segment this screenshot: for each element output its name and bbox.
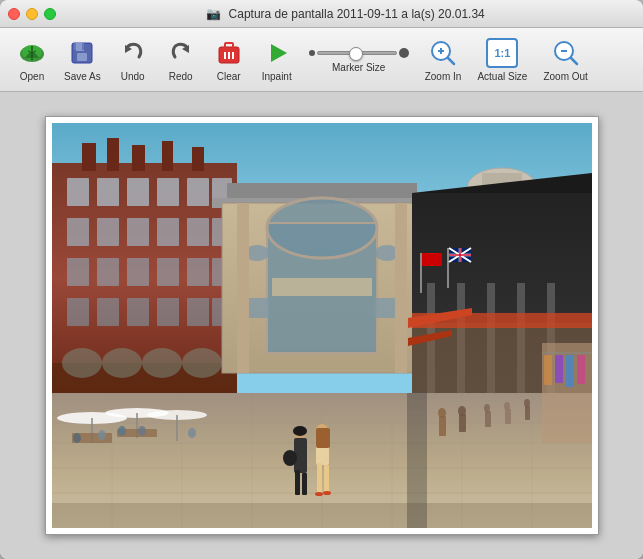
svg-rect-29 — [132, 145, 145, 171]
svg-marker-17 — [271, 44, 287, 62]
svg-rect-30 — [162, 141, 173, 171]
undo-label: Undo — [121, 71, 145, 82]
svg-rect-153 — [52, 503, 592, 528]
zoom-in-label: Zoom In — [425, 71, 462, 82]
svg-point-128 — [283, 450, 297, 466]
svg-rect-40 — [127, 218, 149, 246]
svg-point-141 — [484, 404, 490, 412]
svg-point-135 — [315, 492, 323, 496]
svg-point-143 — [504, 402, 510, 410]
window-title: 📷 Captura de pantalla 2011-09-11 a la(s)… — [56, 7, 635, 21]
traffic-lights — [8, 8, 56, 20]
actual-size-button[interactable]: 1:1 Actual Size — [469, 32, 535, 88]
svg-rect-47 — [157, 258, 179, 286]
svg-rect-138 — [439, 416, 446, 436]
inpaint-icon — [261, 37, 293, 69]
svg-line-24 — [571, 58, 577, 64]
svg-rect-7 — [77, 53, 87, 61]
svg-rect-53 — [157, 298, 179, 326]
redo-icon — [165, 37, 197, 69]
svg-rect-76 — [272, 278, 372, 296]
svg-rect-132 — [317, 463, 322, 493]
save-as-label: Save As — [64, 71, 101, 82]
svg-point-58 — [102, 348, 142, 378]
clear-button[interactable]: Clear — [205, 32, 253, 88]
svg-point-119 — [73, 433, 81, 443]
svg-rect-13 — [225, 43, 233, 49]
svg-rect-36 — [187, 178, 209, 206]
inpaint-label: Inpaint — [262, 71, 292, 82]
minimize-button[interactable] — [26, 8, 38, 20]
zoom-in-icon — [427, 37, 459, 69]
zoom-out-label: Zoom Out — [543, 71, 587, 82]
svg-rect-50 — [67, 298, 89, 326]
open-label: Open — [20, 71, 44, 82]
zoom-out-button[interactable]: Zoom Out — [535, 32, 595, 88]
content-area — [0, 92, 643, 559]
title-text: Captura de pantalla 2011-09-11 a la(s) 2… — [229, 7, 485, 21]
svg-rect-41 — [157, 218, 179, 246]
svg-rect-54 — [187, 298, 209, 326]
clear-icon — [213, 37, 245, 69]
image-container — [45, 116, 599, 535]
svg-rect-142 — [485, 411, 491, 427]
svg-rect-9 — [82, 43, 84, 50]
svg-rect-27 — [82, 143, 96, 171]
svg-rect-152 — [577, 355, 585, 384]
svg-rect-46 — [127, 258, 149, 286]
redo-button[interactable]: Redo — [157, 32, 205, 88]
actual-size-icon: 1:1 — [486, 37, 518, 69]
svg-rect-140 — [459, 414, 466, 432]
svg-rect-32 — [67, 178, 89, 206]
svg-rect-86 — [420, 253, 422, 293]
svg-rect-127 — [302, 473, 307, 495]
svg-rect-28 — [107, 138, 119, 171]
svg-rect-149 — [544, 355, 552, 385]
actual-size-label: Actual Size — [477, 71, 527, 82]
svg-rect-151 — [566, 355, 574, 387]
svg-rect-44 — [67, 258, 89, 286]
marker-size-control: Marker Size — [301, 32, 417, 88]
svg-point-129 — [293, 426, 307, 436]
svg-rect-74 — [237, 203, 249, 373]
close-button[interactable] — [8, 8, 20, 20]
svg-rect-154 — [407, 393, 427, 528]
undo-button[interactable]: Undo — [109, 32, 157, 88]
scene-svg — [52, 123, 592, 528]
svg-rect-33 — [97, 178, 119, 206]
svg-point-121 — [118, 426, 126, 436]
svg-rect-75 — [395, 203, 407, 373]
svg-rect-45 — [97, 258, 119, 286]
marker-size-label: Marker Size — [332, 62, 385, 73]
open-button[interactable]: Open — [8, 32, 56, 88]
app-window: 📷 Captura de pantalla 2011-09-11 a la(s)… — [0, 0, 643, 559]
marker-size-min-indicator — [309, 50, 315, 56]
redo-label: Redo — [169, 71, 193, 82]
svg-rect-34 — [127, 178, 149, 206]
inpaint-button[interactable]: Inpaint — [253, 32, 301, 88]
svg-rect-35 — [157, 178, 179, 206]
svg-rect-146 — [525, 406, 530, 420]
svg-rect-144 — [505, 409, 511, 424]
svg-point-122 — [138, 426, 146, 436]
svg-rect-48 — [187, 258, 209, 286]
toolbar: Open Save As Un — [0, 28, 643, 92]
svg-rect-88 — [447, 248, 449, 288]
svg-rect-134 — [316, 428, 330, 448]
save-as-button[interactable]: Save As — [56, 32, 109, 88]
zoom-in-button[interactable]: Zoom In — [417, 32, 470, 88]
svg-rect-51 — [97, 298, 119, 326]
svg-rect-150 — [555, 355, 563, 383]
title-bar: 📷 Captura de pantalla 2011-09-11 a la(s)… — [0, 0, 643, 28]
svg-line-21 — [448, 58, 454, 64]
svg-rect-126 — [295, 470, 300, 495]
marker-size-slider[interactable] — [317, 46, 397, 60]
svg-rect-87 — [422, 253, 442, 266]
marker-slider-container — [309, 46, 409, 60]
actual-size-btn-inner: 1:1 — [486, 38, 518, 68]
svg-point-59 — [142, 348, 182, 378]
maximize-button[interactable] — [44, 8, 56, 20]
svg-rect-42 — [187, 218, 209, 246]
undo-icon — [117, 37, 149, 69]
zoom-out-icon — [550, 37, 582, 69]
